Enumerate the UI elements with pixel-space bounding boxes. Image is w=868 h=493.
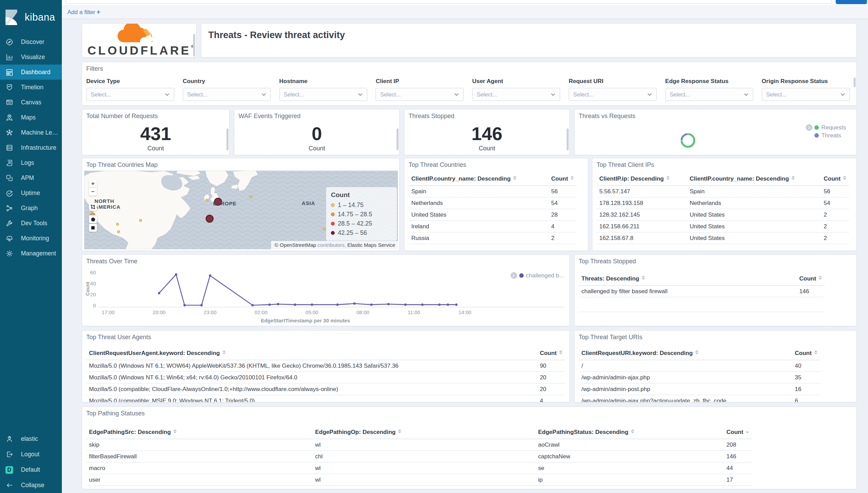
legend-label[interactable]: challenged b… bbox=[526, 272, 565, 279]
table-cell: Spain bbox=[409, 186, 548, 197]
sidebar-item-uptime[interactable]: Uptime bbox=[0, 185, 62, 200]
panel-scrollbar[interactable] bbox=[397, 128, 399, 150]
discover-icon bbox=[6, 38, 13, 46]
column-header[interactable]: Count bbox=[797, 273, 825, 286]
filter-select[interactable]: Select... bbox=[183, 88, 271, 101]
select-placeholder: Select... bbox=[766, 91, 840, 98]
sidebar-item-elastic[interactable]: elastic bbox=[0, 431, 62, 447]
sidebar-item-discover[interactable]: Discover bbox=[0, 34, 62, 49]
column-header[interactable]: EdgePathingOp: Descending bbox=[312, 426, 535, 439]
map-zoom-in-button[interactable]: + bbox=[89, 180, 97, 187]
table-row: /40 bbox=[579, 360, 820, 372]
sidebar-item-collapse[interactable]: Collapse bbox=[0, 478, 62, 493]
table-row: Netherlands54 bbox=[409, 197, 577, 209]
filter-select[interactable]: Select... bbox=[279, 88, 367, 101]
column-header[interactable]: Threats: Descending bbox=[579, 273, 797, 286]
column-header[interactable]: ClientIP.country_name: Descending bbox=[687, 173, 821, 186]
legend-color-dot[interactable] bbox=[814, 133, 819, 138]
table-cell: Mozilla/5.0 (compatible; MSIE 9.0; Windo… bbox=[86, 395, 537, 403]
table-cell: Ireland bbox=[409, 221, 548, 232]
legend-item: Threats bbox=[806, 133, 846, 138]
column-header[interactable]: EdgePathingSrc: Descending bbox=[86, 426, 312, 439]
filter-field-edge-response-status: Edge Response StatusSelect... bbox=[665, 78, 753, 101]
sidebar-item-monitoring[interactable]: Monitoring bbox=[0, 231, 62, 246]
sidebar-item-dashboard[interactable]: Dashboard bbox=[0, 65, 62, 80]
world-map[interactable]: NORTHAMERICA EUROPE ASIA + − Count 1 – 1… bbox=[84, 171, 398, 249]
column-header[interactable]: Count bbox=[724, 426, 752, 439]
table-row: Spain56 bbox=[409, 186, 577, 197]
attribution-link[interactable]: contributors, bbox=[318, 242, 346, 248]
filter-select[interactable]: Select... bbox=[86, 88, 174, 101]
search-input[interactable] bbox=[65, 0, 832, 4]
table-cell: Netherlands bbox=[687, 197, 821, 209]
legend-color-dot bbox=[331, 213, 335, 216]
table-cell: user bbox=[86, 474, 312, 486]
table-cell: Spain bbox=[687, 186, 821, 197]
sidebar-item-logout[interactable]: Logout bbox=[0, 447, 62, 462]
column-header[interactable]: ClientIP.country_name: Descending bbox=[409, 173, 548, 186]
legend-color-dot[interactable] bbox=[814, 125, 819, 130]
panel-scrollbar[interactable] bbox=[567, 128, 569, 150]
sidebar-item-timelion[interactable]: Timelion bbox=[0, 80, 62, 95]
panel-title: Total Number of Requests bbox=[86, 113, 158, 120]
sidebar-item-maps[interactable]: Maps bbox=[0, 110, 62, 125]
filter-select[interactable]: Select... bbox=[665, 88, 753, 101]
legend-range-label: 42.25 – 56 bbox=[338, 229, 367, 237]
panel-title: Top Threat Target URIs bbox=[579, 334, 642, 341]
sidebar-item-apm[interactable]: APM bbox=[0, 170, 62, 185]
filter-select[interactable]: Select... bbox=[762, 88, 850, 101]
sidebar-item-machine-le[interactable]: Machine Le… bbox=[0, 125, 62, 140]
update-button[interactable] bbox=[836, 0, 867, 4]
panel-scrollbar[interactable] bbox=[226, 128, 229, 150]
table-cell: /wp-admin/admin-ajax.php bbox=[579, 372, 792, 383]
legend-label[interactable]: Threats bbox=[821, 132, 841, 139]
sidebar-item-management[interactable]: Management bbox=[0, 246, 62, 261]
legend-expand-icon[interactable] bbox=[511, 272, 517, 279]
map-draw-polygon-button[interactable] bbox=[89, 215, 97, 223]
sidebar-item-canvas[interactable]: Canvas bbox=[0, 95, 62, 110]
kibana-logo[interactable]: kibana bbox=[0, 0, 62, 34]
column-header[interactable]: Count bbox=[548, 173, 577, 186]
column-header[interactable]: ClientIP.ip: Descending bbox=[597, 173, 687, 186]
table-cell: 4 bbox=[537, 395, 565, 403]
add-filter-link[interactable]: Add a filter+ bbox=[67, 9, 100, 16]
column-header[interactable]: ClientRequestURI.keyword: Descending bbox=[579, 347, 792, 360]
column-header[interactable]: ClientRequestUserAgent.keyword: Descendi… bbox=[86, 347, 537, 360]
cloudflare-wordmark: CLOUDFLARE® bbox=[87, 44, 191, 57]
table-cell: wl bbox=[312, 474, 535, 486]
filter-select[interactable]: Select... bbox=[376, 88, 464, 101]
column-header[interactable]: Count bbox=[537, 347, 565, 360]
select-placeholder: Select... bbox=[187, 91, 261, 98]
filter-select[interactable]: Select... bbox=[569, 88, 657, 101]
column-header[interactable]: EdgePathingStatus: Descending bbox=[535, 426, 724, 439]
sidebar-item-visualize[interactable]: Visualize bbox=[0, 49, 62, 65]
top-pathing-statuses-table: EdgePathingSrc: DescendingEdgePathingOp:… bbox=[86, 426, 752, 486]
legend-expand-icon[interactable] bbox=[806, 124, 812, 131]
column-header[interactable]: Count bbox=[792, 347, 820, 360]
monitoring-icon bbox=[6, 235, 13, 242]
panel-title: Top Threat Countries Map bbox=[86, 161, 158, 169]
table-cell: Mozilla/5.0 (Windows NT 6.1; WOW64) Appl… bbox=[86, 360, 537, 372]
sort-icon bbox=[222, 350, 226, 354]
map-draw-bounds-button[interactable] bbox=[89, 224, 97, 232]
map-zoom-out-button[interactable]: − bbox=[89, 188, 97, 196]
column-header[interactable]: Count bbox=[821, 173, 849, 186]
panel-scrollbar[interactable] bbox=[193, 34, 195, 57]
sidebar-item-default[interactable]: DDefault bbox=[0, 462, 62, 478]
panel-scrollbar[interactable] bbox=[854, 78, 856, 87]
table-cell: 54 bbox=[548, 197, 577, 209]
x-axis-tick: 14:00 bbox=[455, 309, 475, 315]
chevron-down-icon bbox=[647, 92, 652, 97]
sidebar-item-infrastructure[interactable]: Infrastructure bbox=[0, 140, 62, 155]
filter-select[interactable]: Select... bbox=[472, 88, 560, 101]
legend-color-dot[interactable] bbox=[519, 273, 524, 278]
sidebar-item-label: Discover bbox=[21, 38, 44, 46]
sidebar-item-graph[interactable]: Graph bbox=[0, 200, 62, 216]
table-cell: United States bbox=[687, 209, 821, 221]
sidebar-item-logs[interactable]: Logs bbox=[0, 155, 62, 170]
map-draw-rectangle-button[interactable] bbox=[89, 203, 97, 211]
sidebar-item-dev-tools[interactable]: Dev Tools bbox=[0, 216, 62, 231]
select-placeholder: Select... bbox=[284, 91, 358, 98]
legend-label[interactable]: Requests bbox=[821, 124, 846, 131]
panel-title: Filters bbox=[86, 65, 103, 72]
